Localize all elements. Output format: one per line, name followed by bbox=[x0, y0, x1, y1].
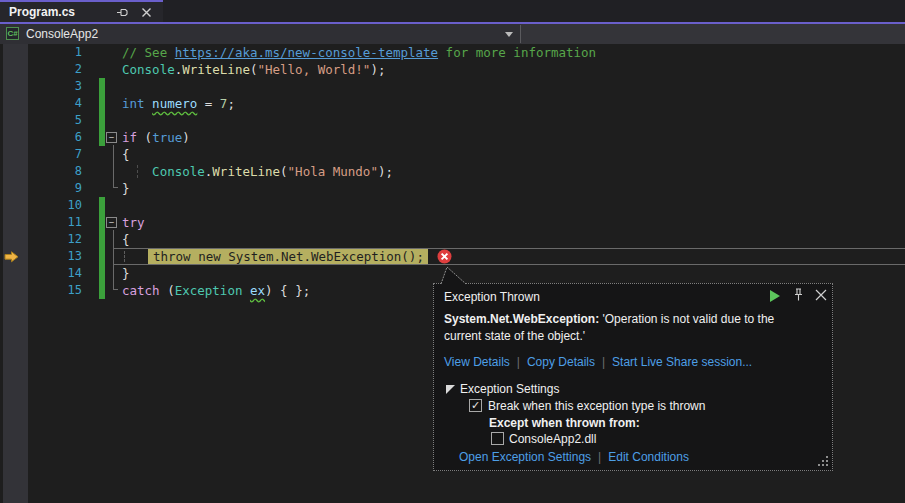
link-start-live-share-session[interactable]: Start Live Share session... bbox=[612, 355, 752, 369]
change-tracking-bar bbox=[99, 197, 105, 214]
line-number: 3 bbox=[28, 78, 82, 95]
change-tracking-bar bbox=[99, 282, 105, 299]
link-separator: | bbox=[517, 355, 520, 369]
code-line-11[interactable]: 11−try bbox=[0, 214, 905, 231]
link-open-exception-settings[interactable]: Open Exception Settings bbox=[459, 450, 591, 464]
code-line-1[interactable]: 1// See https://aka.ms/new-console-templ… bbox=[0, 44, 905, 61]
code-line-2[interactable]: 2Console.WriteLine("Hello, World!"); bbox=[0, 61, 905, 78]
continue-execution-icon[interactable] bbox=[770, 290, 780, 302]
csharp-project-icon: C# bbox=[6, 27, 19, 40]
line-number: 9 bbox=[28, 180, 82, 197]
line-number: 5 bbox=[28, 112, 82, 129]
line-number: 14 bbox=[28, 265, 82, 282]
code-text: Console.WriteLine("Hello, World!"); bbox=[122, 61, 385, 78]
line-number: 1 bbox=[28, 44, 82, 61]
code-line-8[interactable]: 8 Console.WriteLine("Hola Mundo"); bbox=[0, 163, 905, 180]
current-statement-arrow-icon bbox=[4, 251, 19, 263]
link-separator: | bbox=[602, 355, 605, 369]
block-guide-if bbox=[113, 145, 114, 188]
block-guide-try-tick bbox=[113, 289, 118, 290]
code-line-10[interactable]: 10 bbox=[0, 197, 905, 214]
close-icon[interactable] bbox=[815, 289, 827, 301]
line-number: 11 bbox=[28, 214, 82, 231]
change-tracking-bar bbox=[99, 78, 105, 95]
code-line-5[interactable]: 5 bbox=[0, 112, 905, 129]
line-number: 7 bbox=[28, 146, 82, 163]
popup-callout-notch bbox=[436, 265, 472, 285]
code-text: int numero = 7; bbox=[122, 95, 235, 112]
line-number: 12 bbox=[28, 231, 82, 248]
line-number: 15 bbox=[28, 282, 82, 299]
line-number: 8 bbox=[28, 163, 82, 180]
tab-strip: Program.cs bbox=[0, 0, 905, 22]
popup-footer-links: Open Exception Settings|Edit Conditions bbox=[459, 450, 689, 464]
link-copy-details[interactable]: Copy Details bbox=[527, 355, 595, 369]
code-line-3[interactable]: 3 bbox=[0, 78, 905, 95]
change-tracking-bar bbox=[99, 231, 105, 248]
block-guide-if-tick bbox=[113, 187, 118, 188]
exception-thrown-popup: Exception Thrown System.Net.WebException… bbox=[433, 283, 833, 471]
project-dropdown[interactable]: C# ConsoleApp2 bbox=[0, 24, 520, 44]
indent-guide-try bbox=[124, 251, 125, 262]
code-text: { bbox=[122, 231, 130, 248]
change-tracking-bar bbox=[99, 265, 105, 282]
break-when-thrown-checkbox[interactable]: ✓ bbox=[469, 399, 482, 412]
module-label[interactable]: ConsoleApp2.dll bbox=[509, 432, 596, 446]
exception-message: System.Net.WebException: 'Operation is n… bbox=[444, 311, 800, 345]
code-line-4[interactable]: 4int numero = 7; bbox=[0, 95, 905, 112]
code-line-12[interactable]: 12{ bbox=[0, 231, 905, 248]
pin-icon[interactable] bbox=[793, 288, 804, 302]
pin-icon[interactable] bbox=[116, 6, 129, 19]
code-text: try bbox=[122, 214, 145, 231]
line-number: 10 bbox=[28, 197, 82, 214]
exception-settings-header: Exception Settings bbox=[460, 382, 559, 396]
change-tracking-bar bbox=[99, 112, 105, 129]
tab-title: Program.cs bbox=[9, 5, 75, 19]
except-when-thrown-label: Except when thrown from: bbox=[489, 416, 640, 430]
link-edit-conditions[interactable]: Edit Conditions bbox=[608, 450, 689, 464]
break-when-thrown-label[interactable]: Break when this exception type is thrown bbox=[488, 399, 705, 413]
link-separator: | bbox=[598, 450, 601, 464]
popup-title: Exception Thrown bbox=[444, 290, 540, 304]
project-name: ConsoleApp2 bbox=[26, 24, 98, 44]
change-tracking-bar bbox=[99, 248, 105, 265]
indent-guide-if bbox=[137, 165, 138, 178]
chevron-down-icon[interactable] bbox=[505, 32, 513, 37]
change-tracking-bar bbox=[99, 95, 105, 112]
code-text: Console.WriteLine("Hola Mundo"); bbox=[122, 163, 393, 180]
change-tracking-bar bbox=[99, 129, 105, 146]
current-line-box[interactable]: throw new System.Net.WebException(); bbox=[113, 248, 905, 265]
code-line-7[interactable]: 7{ bbox=[0, 146, 905, 163]
resize-grip-icon[interactable] bbox=[818, 456, 829, 467]
exception-type: System.Net.WebException: bbox=[444, 312, 599, 326]
line-number: 6 bbox=[28, 129, 82, 146]
navigation-bar: C# ConsoleApp2 bbox=[0, 24, 905, 44]
line-number: 13 bbox=[28, 248, 82, 265]
code-line-6[interactable]: 6−if (true) bbox=[0, 129, 905, 146]
popup-action-links: View Details|Copy Details|Start Live Sha… bbox=[444, 355, 752, 369]
exception-error-icon[interactable] bbox=[437, 249, 452, 264]
expander-collapse-icon[interactable] bbox=[446, 385, 455, 394]
code-text: { bbox=[122, 146, 130, 163]
navbar-divider bbox=[520, 25, 521, 43]
current-statement-highlight[interactable]: throw new System.Net.WebException(); bbox=[148, 249, 428, 264]
fold-collapse-icon[interactable]: − bbox=[106, 217, 117, 228]
code-text: // See https://aka.ms/new-console-templa… bbox=[122, 44, 596, 61]
change-tracking-bar bbox=[99, 214, 105, 231]
fold-collapse-icon[interactable]: − bbox=[106, 132, 117, 143]
code-text: } bbox=[122, 180, 130, 197]
code-text: catch (Exception ex) { }; bbox=[122, 282, 310, 299]
module-checkbox[interactable] bbox=[491, 432, 504, 445]
tab-program-cs[interactable]: Program.cs bbox=[0, 0, 163, 22]
link-view-details[interactable]: View Details bbox=[444, 355, 510, 369]
code-line-9[interactable]: 9} bbox=[0, 180, 905, 197]
line-number: 2 bbox=[28, 61, 82, 78]
code-text: if (true) bbox=[122, 129, 190, 146]
line-number: 4 bbox=[28, 95, 82, 112]
close-icon[interactable] bbox=[140, 6, 153, 19]
code-text: } bbox=[122, 265, 130, 282]
vs-editor-window: Program.cs C# ConsoleApp2 1// See https:… bbox=[0, 0, 905, 503]
